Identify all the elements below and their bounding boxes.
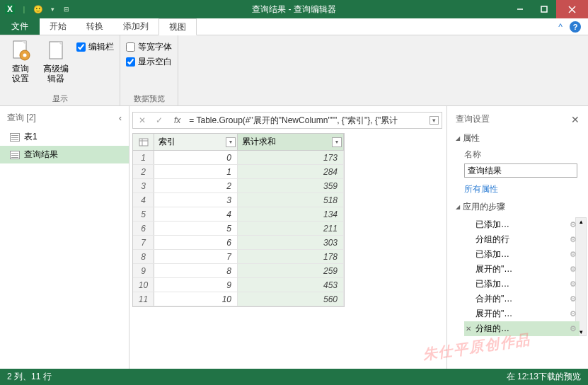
filter-dropdown-icon[interactable]: ▾ bbox=[332, 137, 342, 147]
section-steps[interactable]: 应用的步骤 bbox=[456, 201, 580, 213]
help-icon[interactable]: ? bbox=[570, 21, 581, 33]
minimize-button[interactable] bbox=[508, 0, 532, 18]
table-row[interactable]: 87178 bbox=[133, 250, 344, 264]
smiley-icon[interactable]: 🙂 bbox=[33, 4, 44, 15]
cell[interactable]: 211 bbox=[238, 222, 344, 235]
column-header-0[interactable]: 索引▾ bbox=[154, 134, 238, 150]
cell[interactable]: 518 bbox=[238, 193, 344, 207]
cell[interactable]: 3 bbox=[154, 193, 238, 207]
monospace-checkbox[interactable]: 等宽字体 bbox=[126, 41, 172, 53]
advanced-editor-button[interactable]: 高级编辑器 bbox=[41, 38, 71, 92]
cell[interactable]: 2 bbox=[154, 179, 238, 192]
chevron-left-icon[interactable]: ‹ bbox=[119, 113, 122, 123]
formula-bar-checkbox[interactable]: 编辑栏 bbox=[76, 41, 114, 53]
cell[interactable]: 259 bbox=[238, 264, 344, 277]
gear-icon[interactable]: ⚙ bbox=[570, 235, 577, 244]
scroll-up-icon[interactable]: ▴ bbox=[580, 218, 583, 225]
applied-step[interactable]: 分组的行⚙ bbox=[464, 232, 580, 247]
cell[interactable]: 178 bbox=[238, 250, 344, 263]
row-number[interactable]: 2 bbox=[133, 165, 154, 178]
row-number[interactable]: 4 bbox=[133, 193, 154, 207]
row-number[interactable]: 10 bbox=[133, 278, 154, 292]
collapse-ribbon-icon[interactable]: ^ bbox=[558, 22, 563, 32]
cell[interactable]: 4 bbox=[154, 207, 238, 221]
label: 累计求和 bbox=[242, 136, 276, 148]
cell[interactable]: 453 bbox=[238, 278, 344, 292]
row-number[interactable]: 8 bbox=[133, 250, 154, 263]
gear-icon[interactable]: ⚙ bbox=[570, 294, 577, 304]
overflow-icon[interactable]: ⊟ bbox=[61, 4, 72, 15]
tab-transform[interactable]: 转换 bbox=[76, 18, 113, 35]
gear-icon[interactable]: ⚙ bbox=[570, 220, 577, 229]
fx-icon[interactable]: fx bbox=[170, 115, 185, 125]
cell[interactable]: 9 bbox=[154, 278, 238, 292]
table-row[interactable]: 65211 bbox=[133, 222, 344, 236]
column-header-1[interactable]: 累计求和▾ bbox=[238, 134, 344, 150]
applied-step[interactable]: 已添加…⚙ bbox=[464, 217, 580, 232]
query-item[interactable]: 表1 bbox=[0, 128, 129, 146]
applied-step[interactable]: 已添加…⚙ bbox=[464, 247, 580, 262]
table-row[interactable]: 76303 bbox=[133, 236, 344, 250]
dropdown-icon[interactable]: ▾ bbox=[47, 4, 58, 15]
cell[interactable]: 0 bbox=[154, 151, 238, 164]
table-row[interactable]: 1110560 bbox=[133, 292, 344, 306]
cell[interactable]: 10 bbox=[154, 292, 238, 306]
row-number[interactable]: 3 bbox=[133, 179, 154, 192]
scroll-down-icon[interactable]: ▾ bbox=[580, 328, 583, 335]
table-row[interactable]: 43518 bbox=[133, 193, 344, 207]
tab-file[interactable]: 文件 bbox=[0, 18, 40, 35]
table-row[interactable]: 21284 bbox=[133, 165, 344, 179]
cell[interactable]: 5 bbox=[154, 222, 238, 235]
table-row[interactable]: 109453 bbox=[133, 278, 344, 292]
accept-formula-icon[interactable]: ✓ bbox=[153, 115, 166, 125]
query-settings-button[interactable]: 查询设置 bbox=[6, 38, 35, 92]
tab-view[interactable]: 视图 bbox=[158, 18, 197, 35]
cell[interactable]: 284 bbox=[238, 165, 344, 178]
row-number[interactable]: 9 bbox=[133, 264, 154, 277]
tab-start[interactable]: 开始 bbox=[40, 18, 76, 35]
gear-icon[interactable]: ⚙ bbox=[570, 280, 577, 289]
applied-step[interactable]: 已添加…⚙ bbox=[464, 277, 580, 292]
table-row[interactable]: 54134 bbox=[133, 207, 344, 222]
table-row[interactable]: 32359 bbox=[133, 179, 344, 193]
cell[interactable]: 6 bbox=[154, 236, 238, 249]
applied-step[interactable]: 展开的"…⚙ bbox=[464, 262, 580, 277]
cell[interactable]: 7 bbox=[154, 250, 238, 263]
applied-step[interactable]: 合并的"…⚙ bbox=[464, 292, 580, 306]
applied-step[interactable]: 展开的"…⚙ bbox=[464, 306, 580, 321]
row-number[interactable]: 5 bbox=[133, 207, 154, 221]
grid-corner[interactable] bbox=[133, 134, 154, 150]
section-properties[interactable]: 属性 bbox=[456, 132, 580, 144]
all-properties-link[interactable]: 所有属性 bbox=[464, 183, 498, 195]
row-number[interactable]: 6 bbox=[133, 222, 154, 235]
cell[interactable]: 8 bbox=[154, 264, 238, 277]
row-number[interactable]: 7 bbox=[133, 236, 154, 249]
tab-add-column[interactable]: 添加列 bbox=[113, 18, 158, 35]
cell[interactable]: 134 bbox=[238, 207, 344, 221]
gear-icon[interactable]: ⚙ bbox=[570, 324, 577, 333]
cell[interactable]: 1 bbox=[154, 165, 238, 178]
close-panel-icon[interactable]: ✕ bbox=[571, 114, 580, 125]
table-row[interactable]: 98259 bbox=[133, 264, 344, 278]
cell[interactable]: 359 bbox=[238, 179, 344, 192]
query-name-input[interactable] bbox=[464, 163, 577, 178]
filter-dropdown-icon[interactable]: ▾ bbox=[226, 137, 236, 147]
gear-icon[interactable]: ⚙ bbox=[570, 265, 577, 274]
row-number[interactable]: 11 bbox=[133, 292, 154, 306]
cell[interactable]: 303 bbox=[238, 236, 344, 249]
row-number[interactable]: 1 bbox=[133, 151, 154, 164]
table-row[interactable]: 10173 bbox=[133, 151, 344, 165]
applied-step[interactable]: 分组的…⚙ bbox=[464, 321, 580, 336]
formula-text[interactable]: = Table.Group(#"展开的"NewColumn""", {"索引"}… bbox=[189, 115, 425, 127]
show-blank-checkbox[interactable]: 显示空白 bbox=[126, 56, 172, 68]
cell[interactable]: 560 bbox=[238, 292, 344, 306]
gear-icon[interactable]: ⚙ bbox=[570, 309, 577, 318]
ribbon: 查询设置 高级编辑器 编辑栏 显示 等宽字体 显示空白 数据预览 bbox=[0, 35, 588, 106]
cancel-formula-icon[interactable]: ✕ bbox=[136, 115, 149, 125]
formula-dropdown-icon[interactable]: ▾ bbox=[430, 116, 439, 125]
query-item[interactable]: 查询结果 bbox=[0, 146, 129, 163]
gear-icon[interactable]: ⚙ bbox=[570, 250, 577, 259]
maximize-button[interactable] bbox=[532, 0, 556, 18]
close-button[interactable] bbox=[556, 0, 588, 18]
cell[interactable]: 173 bbox=[238, 151, 344, 164]
